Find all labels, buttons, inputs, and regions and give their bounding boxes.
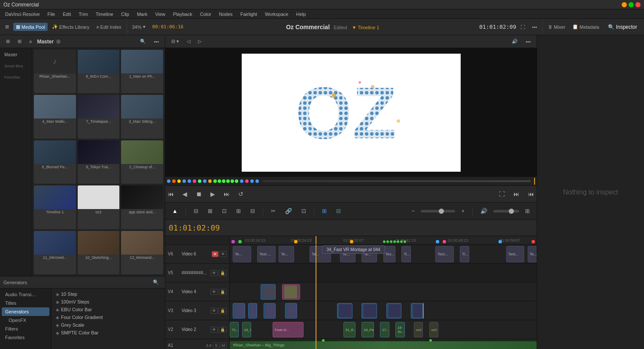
close-btn[interactable] bbox=[635, 2, 641, 7]
clip-v4-1[interactable] bbox=[282, 284, 301, 300]
inspector-btn[interactable]: 🔍 Inspector bbox=[604, 23, 641, 31]
track-eye-v5[interactable]: 👁 bbox=[210, 270, 218, 276]
prev-frame-btn[interactable]: ⏮ bbox=[526, 189, 537, 199]
select-tool[interactable]: ▲ bbox=[169, 206, 181, 216]
clip-v2-fade[interactable]: Fade bl... bbox=[273, 322, 304, 337]
media-item-5[interactable]: 3_Man Sitting... bbox=[121, 95, 163, 138]
gen-item-1[interactable]: ◆ 100mV Steps bbox=[53, 298, 163, 306]
next-frame-btn[interactable]: ⏭ bbox=[511, 189, 522, 199]
mixer-btn[interactable]: 🎚 Mixer bbox=[545, 23, 568, 31]
minimize-btn[interactable] bbox=[622, 2, 627, 7]
media-item-7[interactable]: 8_Tokyo Trai... bbox=[78, 140, 120, 184]
audio-slider[interactable] bbox=[493, 210, 519, 212]
razor-btn[interactable]: ✂ bbox=[267, 206, 279, 216]
clip-v2-2[interactable]: 31_E... bbox=[343, 322, 356, 337]
media-item-3[interactable]: 4_Man Walki... bbox=[34, 95, 76, 138]
clip-v2-oz2[interactable]: oz2 bbox=[414, 322, 423, 337]
clip-v6-10[interactable]: Text... bbox=[506, 246, 525, 262]
chain-btn[interactable]: 🔗 bbox=[282, 206, 295, 216]
loop-btn[interactable]: ↺ bbox=[236, 189, 246, 199]
clip-v3-6[interactable]: +123... bbox=[386, 303, 402, 319]
track-eye-v6[interactable]: 👁 bbox=[219, 251, 227, 257]
media-item-2[interactable]: 1_Man on Ph... bbox=[121, 50, 163, 93]
fullscreen-preview-btn[interactable]: ⛶ bbox=[496, 189, 507, 199]
gen-item-0[interactable]: ◆ 10 Step bbox=[53, 290, 163, 298]
gen-item-4[interactable]: ◆ Grey Scale bbox=[53, 321, 163, 329]
effects-favorites[interactable]: Favorites bbox=[2, 333, 49, 342]
audio-vol-btn[interactable]: 🔊 bbox=[477, 206, 491, 216]
audio-slider-handle[interactable] bbox=[509, 209, 514, 214]
play-reverse-btn[interactable]: ◀ bbox=[180, 189, 190, 199]
media-item-14[interactable]: 13_Womand... bbox=[121, 231, 163, 274]
blade-btn[interactable]: ⊡ bbox=[219, 206, 230, 216]
search-btn[interactable]: 🔍 bbox=[137, 37, 149, 46]
audio-meter-btn[interactable]: 🔊 bbox=[509, 37, 520, 46]
menu-davinci[interactable]: DaVinci Resolve bbox=[2, 11, 43, 18]
menu-workspace[interactable]: Workspace bbox=[261, 11, 292, 18]
menu-timeline[interactable]: Timeline bbox=[92, 11, 117, 18]
menu-view[interactable]: View bbox=[152, 11, 169, 18]
gen-item-3[interactable]: ◆ Four Color Gradient bbox=[53, 313, 163, 321]
clip-v2-3[interactable]: 24_Fa... bbox=[361, 322, 374, 337]
slide-btn[interactable]: ⊟ bbox=[247, 206, 258, 216]
effects-filters[interactable]: Filters bbox=[2, 325, 49, 333]
clip-v6-11[interactable]: Te... bbox=[528, 246, 537, 262]
clip-v3-2[interactable]: 26... bbox=[264, 303, 276, 319]
sidebar-master[interactable]: Master bbox=[2, 51, 30, 59]
jump-start-btn[interactable]: ⏮ bbox=[165, 189, 176, 199]
menu-trim[interactable]: Trim bbox=[75, 11, 91, 18]
media-item-12[interactable]: 11_Mirrored... bbox=[34, 231, 76, 274]
media-item-11[interactable]: app store and... bbox=[121, 185, 163, 229]
menu-playback[interactable]: Playback bbox=[170, 11, 196, 18]
menu-file[interactable]: File bbox=[44, 11, 59, 18]
window-controls[interactable] bbox=[622, 2, 641, 7]
clip-v6-7[interactable]: Ti... bbox=[401, 246, 410, 262]
gen-item-5[interactable]: ◆ SMPTE Color Bar bbox=[53, 329, 163, 337]
menu-color[interactable]: Color bbox=[197, 11, 215, 18]
clip-v6-9[interactable]: Ti... bbox=[460, 246, 469, 262]
clip-v4-0[interactable]: 27_V... bbox=[261, 284, 276, 300]
ripple-btn[interactable]: ⊠ bbox=[204, 206, 216, 216]
menu-mark[interactable]: Mark bbox=[134, 11, 151, 18]
clip-v3-3[interactable]: 20... bbox=[285, 303, 298, 319]
media-item-6[interactable]: 6_Blurred Pe... bbox=[34, 140, 76, 184]
fullscreen-btn[interactable]: ⛶ bbox=[518, 23, 528, 31]
prev-edit-btn[interactable]: ◁ bbox=[184, 37, 193, 46]
clip-v2-4[interactable]: 17... bbox=[380, 322, 389, 337]
toggle-left-btn[interactable]: ⊞ bbox=[3, 37, 12, 46]
track-s-a1[interactable]: S bbox=[213, 343, 219, 349]
effects-search-btn[interactable]: 🔍 bbox=[150, 278, 161, 286]
grid-view-btn[interactable]: ⊞ bbox=[15, 37, 24, 46]
next-edit-btn[interactable]: ▷ bbox=[195, 37, 204, 46]
sidebar-smart-bins[interactable]: Smart Bins bbox=[2, 62, 30, 70]
sidebar-favorites[interactable]: Favorites bbox=[2, 73, 30, 81]
audio-waveform[interactable]: Rhian_Sheehan – Big_Things bbox=[230, 341, 537, 349]
clip-v6-2[interactable]: Te... bbox=[279, 246, 294, 262]
metadata-btn[interactable]: 📋 Metadata bbox=[570, 23, 602, 31]
track-eye-v2[interactable]: 👁 bbox=[210, 327, 218, 333]
gen-item-2[interactable]: ◆ EBU Color Bar bbox=[53, 306, 163, 313]
custom-btn[interactable]: ⊞ bbox=[522, 206, 533, 216]
media-item-4[interactable]: 7_Timelapse... bbox=[78, 95, 120, 138]
clip-v2-0[interactable]: 71... bbox=[230, 322, 239, 337]
effects-audio-transi[interactable]: Audio Transi... bbox=[2, 290, 49, 299]
track-lock-v2[interactable]: 🔒 bbox=[219, 327, 227, 333]
timeline-ruler[interactable]: 01:00:16:15 01:00:24:23 01:00:33:07 01:0… bbox=[230, 236, 537, 245]
clip-v3-1[interactable]: 24_Fa... bbox=[248, 303, 257, 319]
zoom-slider-handle[interactable] bbox=[439, 209, 444, 214]
menu-fairlight[interactable]: Fairlight bbox=[237, 11, 261, 18]
effects-generators[interactable]: Generators bbox=[2, 307, 49, 316]
play-btn[interactable]: ▶ bbox=[208, 189, 218, 199]
maximize-btn[interactable] bbox=[629, 2, 634, 7]
media-item-13[interactable]: 10_Sketching... bbox=[78, 231, 120, 274]
jump-end-btn[interactable]: ⏭ bbox=[221, 189, 232, 199]
media-item-0[interactable]: ♪ Rhian_Sheehan... bbox=[34, 50, 76, 93]
clip-v2-5[interactable]: 19 Ju... bbox=[395, 322, 404, 337]
layout-btn[interactable]: ⊞ bbox=[3, 23, 12, 31]
clip-v6-6[interactable]: Tex... bbox=[383, 246, 396, 262]
zoom-slider[interactable] bbox=[421, 210, 455, 212]
clip-v3-4[interactable]: C2S+1... bbox=[337, 303, 352, 319]
slip-btn[interactable]: ⊞ bbox=[233, 206, 244, 216]
clip-v6-1[interactable]: Text ... bbox=[257, 246, 276, 262]
menu-clip[interactable]: Clip bbox=[118, 11, 133, 18]
